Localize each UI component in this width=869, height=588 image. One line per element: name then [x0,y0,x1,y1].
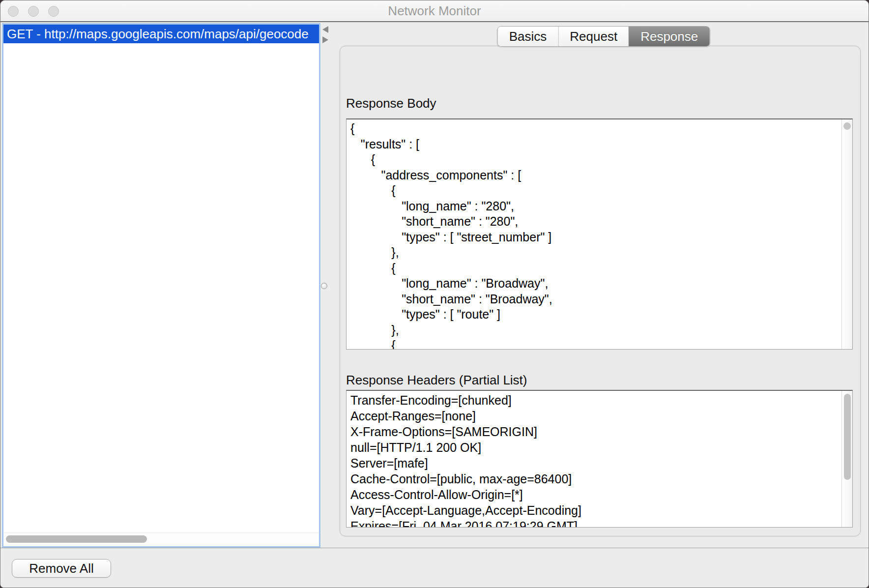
tab-request[interactable]: Request [558,27,629,46]
header-line: Vary=[Accept-Language,Accept-Encoding] [350,502,841,518]
tab-bar: Basics Request Response [497,26,710,47]
response-headers-textarea[interactable]: Transfer-Encoding=[chunked] Accept-Range… [346,390,853,528]
body-line: "types" : [ "street_number" ] [350,230,841,245]
header-line: null=[HTTP/1.1 200 OK] [350,440,841,455]
bottom-bar: Remove All [0,548,869,588]
response-body-content: { "results" : [ { "address_components" :… [347,119,841,349]
splitter-collapse-left-icon[interactable] [322,26,328,33]
horizontal-scrollbar-track[interactable] [3,532,319,546]
splitter-expand-right-icon[interactable] [322,36,328,43]
body-line: "results" : [ [350,137,841,152]
splitter-drag-handle-icon[interactable] [321,283,327,289]
body-line: "short_name" : "280", [350,214,841,230]
network-monitor-window: Network Monitor GET - http://maps.google… [0,0,869,588]
response-body-scrollbar-track[interactable] [841,119,852,349]
header-line: X-Frame-Options=[SAMEORIGIN] [350,424,841,440]
response-body-textarea[interactable]: { "results" : [ { "address_components" :… [346,118,853,350]
horizontal-scrollbar-thumb[interactable] [6,535,147,543]
remove-all-button[interactable]: Remove All [12,559,111,578]
header-line: Accept-Ranges=[none] [350,408,841,424]
body-line: "types" : [ "route" ] [350,307,841,323]
header-line: Access-Control-Allow-Origin=[*] [350,487,841,502]
body-line: }, [350,245,841,261]
body-line: { [350,183,841,199]
body-line: { [350,338,841,349]
request-list[interactable]: GET - http://maps.googleapis.com/maps/ap… [2,23,320,548]
body-line: { [350,152,841,168]
response-body-scrollbar-thumb[interactable] [843,122,851,130]
body-line: }, [350,323,841,338]
tab-basics[interactable]: Basics [498,27,558,46]
header-line: Server=[mafe] [350,455,841,471]
request-list-item-selected[interactable]: GET - http://maps.googleapis.com/maps/ap… [3,25,319,43]
body-line: { [350,121,841,137]
header-line: Cache-Control=[public, max-age=86400] [350,471,841,487]
header-line: Expires=[Fri, 04 Mar 2016 07:19:29 GMT] [350,518,841,527]
body-line: "long_name" : "280", [350,199,841,214]
body-line: "short_name" : "Broadway", [350,292,841,307]
body-line: { [350,261,841,276]
response-body-label: Response Body [346,96,436,111]
response-headers-scrollbar-track[interactable] [841,391,852,527]
response-headers-content: Transfer-Encoding=[chunked] Accept-Range… [347,391,841,527]
body-line: "long_name" : "Broadway", [350,276,841,292]
tab-response[interactable]: Response [629,27,709,46]
body-line: "address_components" : [ [350,168,841,183]
response-headers-scrollbar-thumb[interactable] [844,394,851,480]
window-title: Network Monitor [0,0,869,21]
title-bar: Network Monitor [0,0,869,22]
header-line: Transfer-Encoding=[chunked] [350,392,841,408]
response-headers-label: Response Headers (Partial List) [346,373,527,388]
